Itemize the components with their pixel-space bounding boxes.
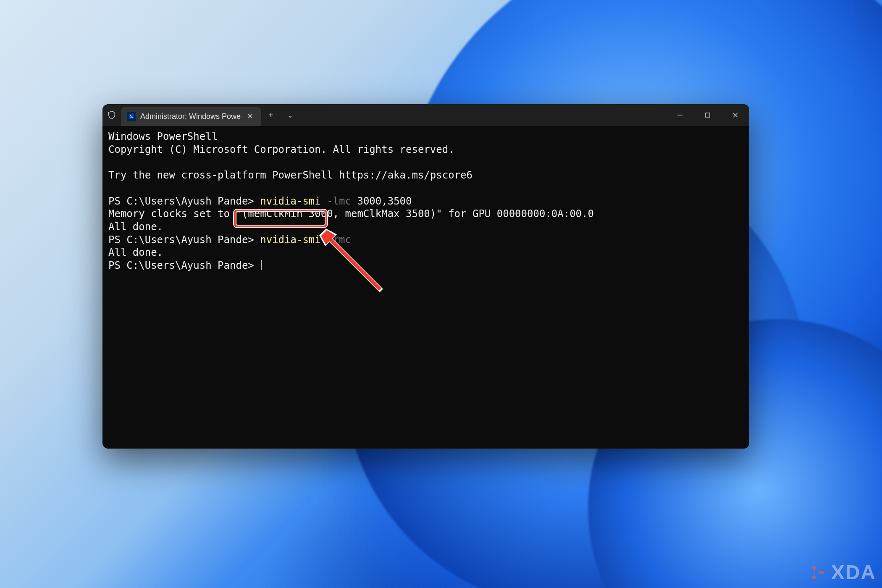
text-cursor <box>261 260 262 270</box>
desktop-wallpaper: Administrator: Windows Powe × + ⌄ Window… <box>0 0 882 588</box>
terminal-line: Memory clocks set to "(memClkMin 3000, m… <box>108 208 594 220</box>
svg-rect-6 <box>819 571 824 573</box>
chevron-down-icon: ⌄ <box>287 111 293 119</box>
minimize-button[interactable] <box>666 104 694 126</box>
command-flag: -rmc <box>321 234 351 246</box>
maximize-button[interactable] <box>694 104 722 126</box>
terminal-line: All done. <box>108 247 163 258</box>
windows-terminal-window: Administrator: Windows Powe × + ⌄ Window… <box>102 104 749 449</box>
terminal-line: Try the new cross-platform PowerShell ht… <box>108 169 472 181</box>
minimize-icon <box>677 112 683 118</box>
close-icon <box>732 112 739 118</box>
terminal-line: Windows PowerShell <box>108 131 218 142</box>
tab-close-button[interactable]: × <box>245 111 255 122</box>
terminal-output[interactable]: Windows PowerShell Copyright (C) Microso… <box>102 126 749 449</box>
plus-icon: + <box>268 110 273 120</box>
new-tab-button[interactable]: + <box>261 104 281 126</box>
command-arg: 3000,3500 <box>357 195 412 207</box>
terminal-line: Copyright (C) Microsoft Corporation. All… <box>108 144 454 155</box>
titlebar[interactable]: Administrator: Windows Powe × + ⌄ <box>102 104 749 126</box>
shield-icon <box>102 104 121 126</box>
prompt: PS C:\Users\Ayush Pande> <box>108 195 260 207</box>
tab-dropdown-button[interactable]: ⌄ <box>281 104 300 126</box>
watermark-text: XDA <box>831 561 876 584</box>
watermark: XDA <box>809 561 876 584</box>
terminal-line: All done. <box>108 221 163 233</box>
prompt: PS C:\Users\Ayush Pande> <box>108 260 260 271</box>
watermark-logo-icon <box>809 564 827 581</box>
powershell-icon <box>127 112 136 121</box>
command: nvidia-smi <box>260 195 321 207</box>
titlebar-drag-region[interactable] <box>300 104 666 126</box>
tab-powershell-admin[interactable]: Administrator: Windows Powe × <box>121 107 261 126</box>
window-close-button[interactable] <box>722 104 749 126</box>
tab-title: Administrator: Windows Powe <box>140 112 241 121</box>
svg-rect-1 <box>706 113 710 117</box>
command: nvidia-smi <box>260 234 321 246</box>
command-flag: -lmc <box>321 195 357 207</box>
maximize-icon <box>704 112 711 118</box>
prompt: PS C:\Users\Ayush Pande> <box>108 234 260 246</box>
